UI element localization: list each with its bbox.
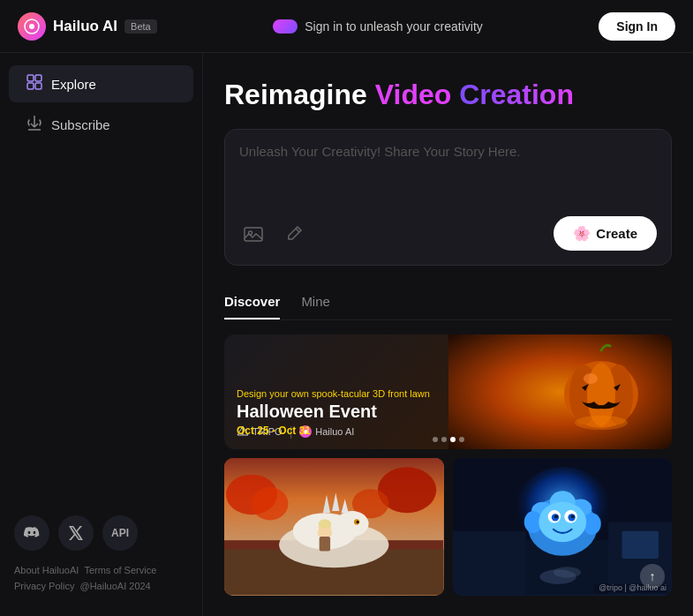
create-btn-icon: 🌸 bbox=[573, 225, 591, 242]
title-creation: Creation bbox=[459, 79, 574, 110]
prompt-textarea[interactable] bbox=[239, 144, 657, 206]
sign-in-button[interactable]: Sign In bbox=[599, 12, 675, 41]
api-button[interactable]: API bbox=[102, 515, 138, 551]
creativity-icon bbox=[273, 19, 298, 34]
dot-4 bbox=[459, 437, 464, 442]
gallery: Design your own spook-tacular 3D front l… bbox=[224, 334, 672, 595]
svg-rect-37 bbox=[453, 531, 526, 595]
scene-dragon bbox=[224, 458, 444, 595]
social-links: API bbox=[14, 515, 188, 551]
sidebar-item-subscribe[interactable]: Subscribe bbox=[9, 106, 193, 143]
create-actions: 🌸 Create bbox=[239, 216, 657, 251]
halloween-banner[interactable]: Design your own spook-tacular 3D front l… bbox=[224, 334, 672, 449]
title-reimagine: Reimagine bbox=[224, 79, 367, 110]
monster-watermark: @tripo | @hailuo ai bbox=[599, 583, 667, 592]
api-label: API bbox=[111, 527, 129, 539]
page-title: Reimagine Video Creation bbox=[224, 78, 672, 111]
title-video: Video bbox=[375, 79, 452, 110]
gallery-item-monster[interactable]: ↑ @tripo | @hailuo ai bbox=[453, 458, 673, 595]
subscribe-icon bbox=[26, 115, 42, 134]
svg-point-53 bbox=[570, 515, 574, 519]
svg-point-12 bbox=[584, 373, 598, 384]
header-tagline: Sign in to unleash your creativity bbox=[305, 19, 483, 34]
tab-discover[interactable]: Discover bbox=[224, 287, 280, 319]
image-upload-icon[interactable] bbox=[239, 220, 267, 248]
create-tools bbox=[239, 220, 308, 248]
tabs: Discover Mine bbox=[224, 287, 672, 320]
banner-dates: Oct 25 - Oct 31 bbox=[237, 424, 430, 437]
sidebar-explore-label: Explore bbox=[51, 77, 96, 92]
banner-content: Design your own spook-tacular 3D front l… bbox=[237, 388, 430, 437]
svg-rect-6 bbox=[245, 228, 262, 241]
banner-subtitle: Design your own spook-tacular 3D front l… bbox=[237, 388, 430, 399]
create-btn-label: Create bbox=[596, 226, 637, 241]
svg-point-52 bbox=[554, 515, 557, 519]
main-layout: Explore Subscribe bbox=[0, 53, 693, 616]
logo-icon bbox=[18, 12, 46, 41]
svg-rect-39 bbox=[621, 531, 658, 559]
svg-point-1 bbox=[29, 24, 34, 29]
footer-about[interactable]: About HailuoAI bbox=[14, 565, 79, 575]
svg-point-30 bbox=[357, 521, 359, 523]
banner-title: Halloween Event bbox=[237, 402, 430, 422]
beta-badge: Beta bbox=[124, 19, 157, 34]
svg-point-13 bbox=[575, 416, 628, 430]
scene-monster: ↑ @tripo | @hailuo ai bbox=[453, 458, 673, 595]
twitter-button[interactable] bbox=[58, 515, 94, 551]
edit-icon[interactable] bbox=[280, 220, 308, 248]
svg-rect-5 bbox=[35, 83, 41, 89]
tab-mine[interactable]: Mine bbox=[301, 287, 330, 319]
header: Hailuo AI Beta Sign in to unleash your c… bbox=[0, 0, 693, 53]
explore-icon bbox=[26, 74, 42, 94]
pumpkin-illustration bbox=[557, 342, 645, 439]
gallery-item-dragon[interactable] bbox=[224, 458, 444, 595]
svg-point-21 bbox=[252, 488, 288, 521]
svg-point-55 bbox=[553, 567, 580, 578]
dot-2 bbox=[441, 437, 447, 442]
main-content: Reimagine Video Creation bbox=[203, 53, 693, 616]
svg-point-25 bbox=[335, 511, 368, 537]
logo-text: Hailuo AI bbox=[53, 18, 117, 35]
header-left: Hailuo AI Beta bbox=[18, 12, 157, 41]
sidebar-subscribe-label: Subscribe bbox=[51, 117, 110, 132]
sidebar-bottom: API About HailuoAI Terms of Service Priv… bbox=[0, 501, 202, 605]
svg-rect-4 bbox=[27, 83, 34, 89]
gallery-grid: ↑ @tripo | @hailuo ai bbox=[224, 458, 672, 595]
create-box: 🌸 Create bbox=[224, 129, 672, 266]
create-button[interactable]: 🌸 Create bbox=[554, 216, 657, 251]
dot-3 bbox=[450, 437, 456, 442]
footer-links: About HailuoAI Terms of Service Privacy … bbox=[14, 565, 188, 591]
dot-1 bbox=[433, 437, 438, 442]
svg-point-34 bbox=[319, 520, 331, 529]
discord-button[interactable] bbox=[14, 515, 49, 551]
sidebar-item-explore[interactable]: Explore bbox=[9, 65, 193, 102]
svg-point-47 bbox=[539, 502, 586, 543]
footer-copyright: @HailuoAI 2024 bbox=[79, 581, 150, 591]
svg-rect-2 bbox=[27, 75, 34, 81]
svg-rect-3 bbox=[35, 75, 41, 81]
banner-dots bbox=[433, 437, 464, 442]
svg-rect-32 bbox=[320, 537, 330, 552]
sidebar: Explore Subscribe bbox=[0, 53, 203, 616]
header-center: Sign in to unleash your creativity bbox=[273, 19, 483, 34]
footer-terms[interactable]: Terms of Service bbox=[84, 565, 156, 575]
footer-privacy[interactable]: Privacy Policy bbox=[14, 581, 74, 591]
